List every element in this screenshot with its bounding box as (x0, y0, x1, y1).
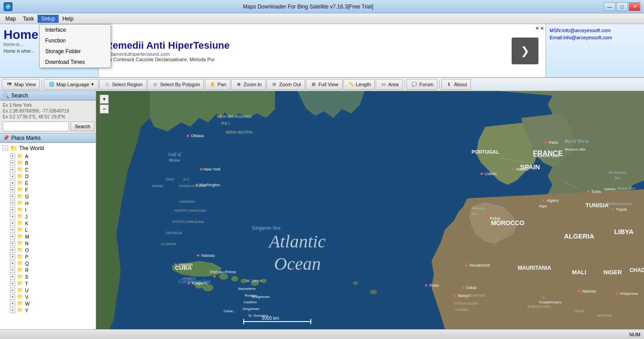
tree-container[interactable]: − 📁 The World + 📁 A + 📁 B + 📁 C + 📁 D + … (0, 143, 96, 329)
close-button[interactable]: ✕ (629, 2, 640, 11)
full-view-button[interactable]: ⊞ Full View (306, 79, 342, 90)
map-area[interactable]: + − (96, 91, 644, 329)
menu-task[interactable]: Task (19, 15, 38, 23)
tree-item-j[interactable]: + 📁 J (1, 213, 95, 220)
folder-icon: 📁 (17, 153, 23, 159)
area-button[interactable]: ▭ Area (376, 79, 402, 90)
tree-item-a[interactable]: + 📁 A (1, 153, 95, 159)
tree-expander-d[interactable]: + (10, 174, 15, 179)
tree-expander-a[interactable]: + (10, 154, 15, 159)
tree-expander-h[interactable]: + (10, 201, 15, 206)
select-region-button[interactable]: □ Select Region (99, 79, 147, 90)
tree-item-t[interactable]: + 📁 T (1, 280, 95, 287)
tree-expander-k[interactable]: + (10, 221, 15, 226)
tree-expander-b[interactable]: + (10, 160, 15, 166)
tree-expander-i[interactable]: + (10, 207, 15, 213)
menu-setup[interactable]: Setup (38, 15, 59, 23)
length-button[interactable]: 📏 Length (343, 79, 375, 90)
tree-root-world[interactable]: − 📁 The World (1, 144, 95, 153)
tree-expander-world[interactable]: − (3, 146, 8, 151)
about-button[interactable]: ℹ About (441, 79, 471, 90)
tree-expander-l[interactable]: + (10, 227, 15, 233)
tree-item-i[interactable]: + 📁 I (1, 206, 95, 213)
forum-button[interactable]: 💬 Forum (407, 79, 437, 90)
ad-content: ✕ ✕ Remedii Anti HiperTesiune tratamentu… (98, 24, 546, 77)
tree-expander-s[interactable]: + (10, 274, 15, 280)
menu-map[interactable]: Map (2, 15, 19, 23)
tree-expander-r[interactable]: + (10, 268, 15, 273)
menu-help[interactable]: Help (59, 15, 77, 23)
tree-item-y[interactable]: + 📁 Y (1, 307, 95, 314)
folder-icon: 📁 (17, 280, 23, 286)
tree-expander-j[interactable]: + (10, 214, 15, 219)
tree-expander-m[interactable]: + (10, 234, 15, 239)
tree-expander-v[interactable]: + (10, 294, 15, 300)
tree-expander-n[interactable]: + (10, 241, 15, 246)
tree-expander-f[interactable]: + (10, 187, 15, 193)
tree-expander-e[interactable]: + (10, 180, 15, 186)
placemarks-label: Place Marks (11, 135, 41, 141)
tree-item-f[interactable]: + 📁 F (1, 186, 95, 193)
tree-expander-g[interactable]: + (10, 194, 15, 199)
tree-item-d[interactable]: + 📁 D (1, 173, 95, 180)
tree-item-b[interactable]: + 📁 B (1, 159, 95, 166)
msn-contact: MSN:info@arceyessoft.com (550, 28, 640, 33)
tree-item-label: F (25, 187, 28, 193)
tree-item-l[interactable]: + 📁 L (1, 226, 95, 233)
titlebar: Maps Downloader For Bing Satellite v7.16… (0, 0, 644, 13)
dropdown-interface[interactable]: Interface (40, 25, 110, 35)
tree-item-e[interactable]: + 📁 E (1, 180, 95, 186)
tree-expander-c[interactable]: + (10, 167, 15, 172)
minimize-button[interactable]: — (604, 2, 615, 11)
tree-expander-y[interactable]: + (10, 308, 15, 313)
tree-item-label: P (25, 254, 28, 259)
pan-button[interactable]: ✋ Pan (205, 79, 230, 90)
tree-expander-w[interactable]: + (10, 301, 15, 306)
tree-item-q[interactable]: + 📁 Q (1, 260, 95, 267)
tree-item-label: O (25, 247, 29, 253)
forum-icon: 💬 (411, 81, 418, 88)
tree-item-p[interactable]: + 📁 P (1, 253, 95, 260)
tree-item-k[interactable]: + 📁 K (1, 220, 95, 226)
tree-item-c[interactable]: + 📁 C (1, 166, 95, 173)
tree-item-o[interactable]: + 📁 O (1, 247, 95, 253)
tree-expander-q[interactable]: + (10, 261, 15, 266)
tree-item-n[interactable]: + 📁 N (1, 240, 95, 247)
tree-item-r[interactable]: + 📁 R (1, 267, 95, 273)
dropdown-download-times[interactable]: Download Times (40, 57, 110, 67)
tree-expander-u[interactable]: + (10, 288, 15, 293)
ad-arrow-button[interactable]: ❯ (512, 38, 538, 64)
zoom-in-map-button[interactable]: + (100, 95, 109, 104)
tree-item-g[interactable]: + 📁 G (1, 193, 95, 200)
tree-expander-o[interactable]: + (10, 247, 15, 253)
tree-item-h[interactable]: + 📁 H (1, 200, 95, 206)
tree-expander-t[interactable]: + (10, 281, 15, 286)
tree-item-label: S (25, 274, 28, 280)
select-polygon-button[interactable]: ◇ Select By Polygon (148, 79, 204, 90)
ad-close-button[interactable]: ✕ ✕ (535, 26, 544, 31)
map-language-button[interactable]: 🌐 Map Language ▼ (44, 79, 98, 90)
tree-item-u[interactable]: + 📁 U (1, 287, 95, 293)
search-button[interactable]: Search (71, 121, 94, 131)
tree-expander-p[interactable]: + (10, 254, 15, 259)
zoom-out-button[interactable]: ⊖ Zoom Out (267, 79, 305, 90)
zoom-out-map-button[interactable]: − (100, 105, 109, 113)
tree-item-w[interactable]: + 📁 W (1, 300, 95, 307)
tree-item-s[interactable]: + 📁 S (1, 273, 95, 280)
tree-item-label: Q (25, 261, 29, 266)
zoom-in-button[interactable]: ⊕ Zoom In (231, 79, 266, 90)
tree-item-m[interactable]: + 📁 M (1, 233, 95, 240)
full-view-icon: ⊞ (310, 81, 317, 88)
zoom-controls: + − (100, 95, 109, 113)
search-inputs: Ex 1:New York Ex 2:38.89768399, -77.0364… (0, 100, 96, 133)
tree-item-label: W (25, 301, 30, 306)
dropdown-storage-folder[interactable]: Storage Folder (40, 46, 110, 57)
toolbar-separator-2 (404, 80, 405, 89)
map-view-button[interactable]: 🗺 Map View (2, 79, 40, 90)
dropdown-function[interactable]: Function (40, 35, 110, 46)
zoom-in-icon: ⊕ (235, 81, 242, 88)
maximize-button[interactable]: □ (616, 2, 628, 11)
tree-item-label: B (25, 160, 28, 166)
search-input[interactable] (3, 121, 69, 131)
tree-item-v[interactable]: + 📁 V (1, 293, 95, 300)
